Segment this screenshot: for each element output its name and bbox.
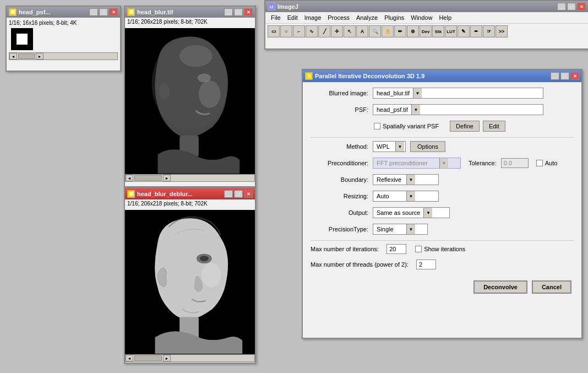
blur-scroll-thumb[interactable] [134,175,162,181]
tool-freehand[interactable]: ∿ [306,25,318,37]
deblur-scroll-left[interactable]: ◄ [126,355,133,361]
psf-scrollbar[interactable]: ◄ ► [9,52,118,60]
menu-edit[interactable]: Edit [284,13,301,22]
blur-scrollbar[interactable]: ◄ ► [125,174,255,182]
tolerance-input[interactable] [501,158,529,168]
psf-row: PSF: head_psf.tif ▼ [311,104,574,115]
spatially-variant-label: Spatially variant PSF [383,123,439,129]
cancel-btn[interactable]: Cancel [532,280,571,294]
menu-file[interactable]: File [268,13,284,22]
deblur-scroll-right[interactable]: ► [163,355,171,361]
tool-hand[interactable]: ✋ [382,25,394,37]
blurred-image-select[interactable]: head_blur.tif ▼ [373,88,543,99]
psf-minimize-btn[interactable]: _ [89,8,98,16]
deblur-minimize-btn[interactable]: _ [224,190,233,198]
psf-maximize-btn[interactable]: □ [99,8,108,16]
tool-eraser[interactable]: ⊗ [407,25,419,37]
scroll-right-arrow[interactable]: ► [36,53,43,60]
deblur-scroll-thumb[interactable] [134,355,162,361]
tool-oval[interactable]: ○ [280,25,292,37]
resizing-row: Resizing: Auto ▼ [311,191,574,202]
menu-analyze[interactable]: Analyze [353,13,381,22]
deconv-icon: ⚙ [305,72,313,80]
tool-stk[interactable]: Stk [432,25,444,37]
precision-select[interactable]: Single ▼ [373,224,428,235]
imagej-minimize-btn[interactable]: _ [557,3,566,10]
edit-btn[interactable]: Edit [483,121,505,132]
output-row: Output: Same as source ▼ [311,207,574,218]
tool-rectangle[interactable]: ▭ [268,25,280,37]
output-select[interactable]: Same as source ▼ [373,207,450,218]
method-select[interactable]: WPL ▼ [373,141,406,152]
deblur-image-container [125,210,255,354]
deblur-window-title: head_blur_deblur... [137,191,193,197]
show-iter-checkbox[interactable] [415,246,422,252]
tool-more[interactable]: >> [496,25,508,37]
psf-window: 🖼 head_psf... _ □ ✕ 1/16; 16x16 pixels; … [6,6,121,72]
resizing-select[interactable]: Auto ▼ [373,191,439,202]
blur-maximize-btn[interactable]: □ [234,8,243,16]
blur-scroll-left[interactable]: ◄ [126,175,133,181]
psf-window-icon: 🖼 [9,8,17,16]
deblur-maximize-btn[interactable]: □ [234,190,243,198]
deconvolve-btn[interactable]: Deconvolve [473,280,527,294]
blurred-image-dropdown-arrow[interactable]: ▼ [413,88,422,98]
imagej-maximize-btn[interactable]: □ [567,3,576,10]
scroll-thumb[interactable] [18,53,35,59]
tool-pencil[interactable]: ✏ [394,25,406,37]
tool-line[interactable]: ╱ [318,25,330,37]
imagej-icon: IJ [268,3,275,10]
menu-window[interactable]: Window [407,13,435,22]
boundary-dropdown-arrow[interactable]: ▼ [406,175,415,185]
preconditioner-label: Preconditioner: [311,160,368,166]
svg-point-4 [159,83,170,100]
psf-close-btn[interactable]: ✕ [109,8,118,16]
precision-dropdown-arrow[interactable]: ▼ [406,224,415,234]
menu-plugins[interactable]: Plugins [381,13,407,22]
tool-caliper[interactable]: ✎ [458,25,470,37]
deconv-maximize-btn[interactable]: □ [560,72,569,80]
define-btn[interactable]: Define [450,121,480,132]
options-btn[interactable]: Options [410,141,445,152]
blur-minimize-btn[interactable]: _ [224,8,233,16]
svg-point-9 [200,256,209,261]
preconditioner-select[interactable]: FFT preconditioner ▼ [373,158,461,169]
tool-crosshair[interactable]: ✛ [331,25,343,37]
tool-dev[interactable]: Dev [420,25,432,37]
deblur-scrollbar[interactable]: ◄ ► [125,354,255,362]
spatially-variant-checkbox[interactable] [374,123,380,129]
menu-help[interactable]: Help [435,13,455,22]
max-threads-input[interactable] [416,260,436,269]
menu-image[interactable]: Image [301,13,325,22]
tool-text[interactable]: A [356,25,368,37]
tool-arrow[interactable]: ↖ [344,25,356,37]
max-iter-input[interactable] [386,244,406,254]
output-dropdown-arrow[interactable]: ▼ [423,208,432,218]
boundary-select[interactable]: Reflexive ▼ [373,174,439,185]
blur-scroll-right[interactable]: ► [163,175,171,181]
blurred-image-row: Blurred image: head_blur.tif ▼ [311,88,574,99]
method-dropdown-arrow[interactable]: ▼ [395,142,404,152]
tool-lut[interactable]: LUT [445,25,457,37]
resizing-dropdown-arrow[interactable]: ▼ [406,191,415,201]
menu-process[interactable]: Process [324,13,353,22]
preconditioner-dropdown-arrow[interactable]: ▼ [439,158,448,168]
tool-polygon[interactable]: ⌐ [293,25,305,37]
deconv-title: Parallel Iterative Deconvolution 3D 1.9 [315,73,424,79]
psf-dropdown-arrow[interactable]: ▼ [411,105,420,115]
tool-magnify[interactable]: 🔍 [369,25,381,37]
deconv-minimize-btn[interactable]: _ [551,72,559,80]
imagej-close-btn[interactable]: ✕ [577,3,586,10]
psf-select[interactable]: head_psf.tif ▼ [373,104,543,115]
tool-wand[interactable]: ☞ [483,25,495,37]
imagej-window: IJ ImageJ _ □ ✕ File Edit Image Process … [264,0,588,50]
deconv-close-btn[interactable]: ✕ [570,72,579,80]
deblur-close-btn[interactable]: ✕ [244,190,253,198]
auto-checkbox[interactable] [536,160,543,166]
blur-image-container [125,28,255,174]
svg-point-11 [202,263,221,287]
psf-label: PSF: [311,106,368,113]
tool-dropper[interactable]: ✒ [470,25,482,37]
scroll-left-arrow[interactable]: ◄ [9,53,17,60]
blur-close-btn[interactable]: ✕ [244,8,253,16]
